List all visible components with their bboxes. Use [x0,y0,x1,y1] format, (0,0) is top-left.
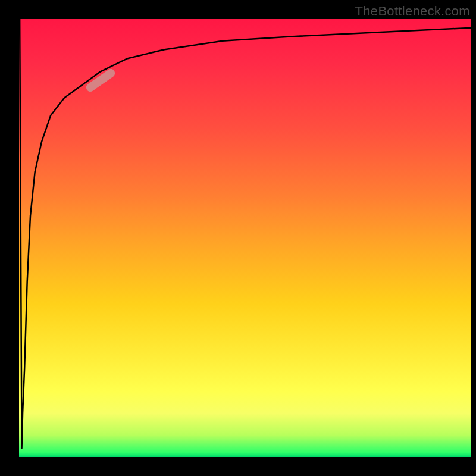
plot-area [19,19,471,457]
chart-container: TheBottleneck.com [0,0,476,476]
watermark-label: TheBottleneck.com [355,4,470,19]
